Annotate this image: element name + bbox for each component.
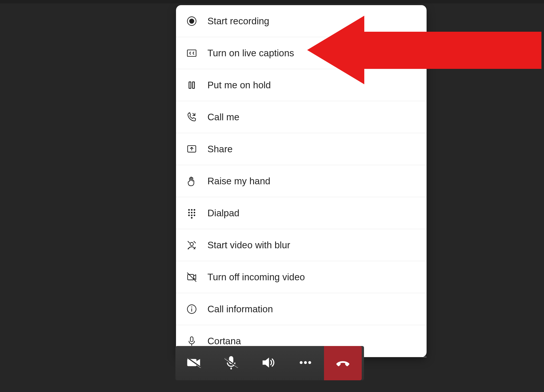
- call-control-bar: [175, 346, 364, 380]
- more-icon: [299, 360, 311, 367]
- svg-rect-20: [190, 337, 193, 341]
- svg-point-7: [191, 209, 193, 211]
- incoming-video-off-icon: [186, 271, 197, 283]
- pause-icon: [186, 79, 197, 91]
- menu-item-incoming-video-off[interactable]: Turn off incoming video: [176, 261, 427, 293]
- svg-point-28: [308, 361, 311, 364]
- menu-item-label: Start recording: [207, 16, 269, 27]
- raise-hand-icon: [186, 175, 197, 187]
- svg-point-27: [304, 361, 307, 364]
- svg-point-15: [191, 217, 193, 219]
- mic-off-icon: [224, 355, 238, 371]
- menu-item-label: Dialpad: [207, 208, 239, 219]
- menu-item-label: Start video with blur: [207, 240, 290, 251]
- svg-point-1: [189, 19, 194, 23]
- video-blur-icon: [186, 239, 197, 251]
- svg-point-14: [194, 214, 195, 216]
- menu-item-label: Put me on hold: [207, 80, 271, 91]
- menu-item-label: Raise my hand: [207, 176, 270, 187]
- menu-item-raise-hand[interactable]: Raise my hand: [176, 165, 427, 197]
- menu-item-label: Call information: [207, 304, 273, 315]
- record-icon: [186, 15, 197, 27]
- menu-item-live-captions[interactable]: Turn on live captions: [176, 37, 427, 69]
- svg-point-6: [188, 209, 190, 211]
- dialpad-icon: [186, 207, 197, 219]
- menu-item-call-me[interactable]: Call me: [176, 101, 427, 133]
- phone-callback-icon: [186, 111, 197, 123]
- svg-point-11: [194, 212, 195, 213]
- svg-point-10: [191, 212, 193, 213]
- svg-rect-2: [187, 50, 196, 56]
- svg-point-13: [191, 214, 193, 216]
- menu-item-hold[interactable]: Put me on hold: [176, 69, 427, 101]
- info-icon: [186, 303, 197, 315]
- menu-item-label: Cortana: [207, 336, 241, 347]
- speaker-button[interactable]: [250, 346, 287, 380]
- menu-item-dialpad[interactable]: Dialpad: [176, 197, 427, 229]
- mic-icon: [186, 335, 197, 347]
- menu-item-label: Turn on live captions: [207, 48, 294, 59]
- speaker-icon: [261, 355, 275, 371]
- mic-off-button[interactable]: [213, 346, 250, 380]
- menu-item-call-info[interactable]: Call information: [176, 293, 427, 325]
- menu-item-label: Call me: [207, 112, 239, 123]
- svg-point-19: [191, 306, 192, 307]
- menu-item-label: Turn off incoming video: [207, 272, 305, 283]
- svg-point-12: [188, 214, 190, 216]
- svg-rect-4: [193, 82, 195, 88]
- menu-item-share[interactable]: Share: [176, 133, 427, 165]
- hangup-button[interactable]: [324, 346, 362, 380]
- menu-item-video-blur[interactable]: Start video with blur: [176, 229, 427, 261]
- svg-point-9: [188, 212, 190, 213]
- share-screen-icon: [186, 143, 197, 155]
- menu-item-start-recording[interactable]: Start recording: [176, 5, 427, 37]
- svg-rect-17: [188, 274, 194, 280]
- more-actions-menu: Start recording Turn on live captions Pu…: [176, 5, 427, 357]
- camera-off-button[interactable]: [175, 346, 213, 380]
- svg-point-26: [300, 361, 303, 364]
- menu-item-label: Share: [207, 144, 233, 155]
- cc-icon: [186, 47, 197, 59]
- hangup-icon: [336, 355, 350, 371]
- camera-off-icon: [187, 355, 201, 371]
- svg-rect-3: [189, 82, 191, 88]
- more-actions-button[interactable]: [287, 346, 324, 380]
- svg-point-8: [194, 209, 195, 211]
- svg-point-16: [190, 242, 193, 245]
